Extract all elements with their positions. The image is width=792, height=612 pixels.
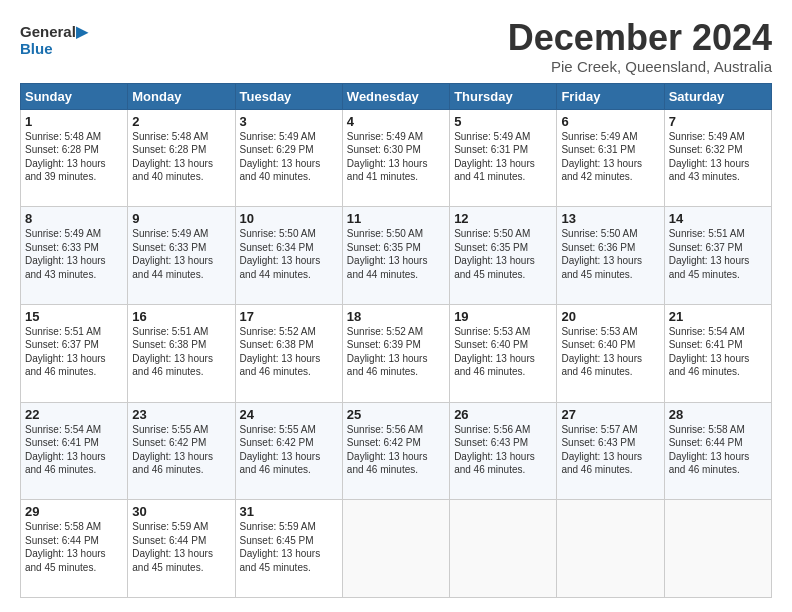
table-row: 19Sunrise: 5:53 AMSunset: 6:40 PMDayligh… xyxy=(450,304,557,402)
day-number: 28 xyxy=(669,407,767,422)
day-info: Sunrise: 5:50 AMSunset: 6:35 PMDaylight:… xyxy=(454,228,535,280)
table-row: 29Sunrise: 5:58 AMSunset: 6:44 PMDayligh… xyxy=(21,500,128,598)
table-row: 22Sunrise: 5:54 AMSunset: 6:41 PMDayligh… xyxy=(21,402,128,500)
table-row: 16Sunrise: 5:51 AMSunset: 6:38 PMDayligh… xyxy=(128,304,235,402)
day-number: 12 xyxy=(454,211,552,226)
table-row: 14Sunrise: 5:51 AMSunset: 6:37 PMDayligh… xyxy=(664,207,771,305)
table-row: 10Sunrise: 5:50 AMSunset: 6:34 PMDayligh… xyxy=(235,207,342,305)
day-info: Sunrise: 5:49 AMSunset: 6:33 PMDaylight:… xyxy=(132,228,213,280)
table-row: 15Sunrise: 5:51 AMSunset: 6:37 PMDayligh… xyxy=(21,304,128,402)
calendar-week-row: 29Sunrise: 5:58 AMSunset: 6:44 PMDayligh… xyxy=(21,500,772,598)
calendar-week-row: 1Sunrise: 5:48 AMSunset: 6:28 PMDaylight… xyxy=(21,109,772,207)
calendar-table: Sunday Monday Tuesday Wednesday Thursday… xyxy=(20,83,772,598)
col-saturday: Saturday xyxy=(664,83,771,109)
table-row: 28Sunrise: 5:58 AMSunset: 6:44 PMDayligh… xyxy=(664,402,771,500)
day-number: 8 xyxy=(25,211,123,226)
table-row: 6Sunrise: 5:49 AMSunset: 6:31 PMDaylight… xyxy=(557,109,664,207)
day-number: 19 xyxy=(454,309,552,324)
day-number: 18 xyxy=(347,309,445,324)
col-tuesday: Tuesday xyxy=(235,83,342,109)
table-row: 17Sunrise: 5:52 AMSunset: 6:38 PMDayligh… xyxy=(235,304,342,402)
day-info: Sunrise: 5:58 AMSunset: 6:44 PMDaylight:… xyxy=(25,521,106,573)
table-row: 20Sunrise: 5:53 AMSunset: 6:40 PMDayligh… xyxy=(557,304,664,402)
day-number: 25 xyxy=(347,407,445,422)
day-number: 13 xyxy=(561,211,659,226)
day-info: Sunrise: 5:51 AMSunset: 6:37 PMDaylight:… xyxy=(669,228,750,280)
table-row: 8Sunrise: 5:49 AMSunset: 6:33 PMDaylight… xyxy=(21,207,128,305)
day-info: Sunrise: 5:56 AMSunset: 6:43 PMDaylight:… xyxy=(454,424,535,476)
day-info: Sunrise: 5:49 AMSunset: 6:33 PMDaylight:… xyxy=(25,228,106,280)
day-number: 20 xyxy=(561,309,659,324)
logo: General▶ Blue xyxy=(20,22,88,57)
col-sunday: Sunday xyxy=(21,83,128,109)
day-info: Sunrise: 5:50 AMSunset: 6:34 PMDaylight:… xyxy=(240,228,321,280)
day-info: Sunrise: 5:52 AMSunset: 6:38 PMDaylight:… xyxy=(240,326,321,378)
day-info: Sunrise: 5:59 AMSunset: 6:45 PMDaylight:… xyxy=(240,521,321,573)
day-number: 2 xyxy=(132,114,230,129)
day-info: Sunrise: 5:53 AMSunset: 6:40 PMDaylight:… xyxy=(561,326,642,378)
calendar-week-row: 22Sunrise: 5:54 AMSunset: 6:41 PMDayligh… xyxy=(21,402,772,500)
calendar-header-row: Sunday Monday Tuesday Wednesday Thursday… xyxy=(21,83,772,109)
table-row xyxy=(557,500,664,598)
day-number: 14 xyxy=(669,211,767,226)
day-info: Sunrise: 5:49 AMSunset: 6:30 PMDaylight:… xyxy=(347,131,428,183)
day-info: Sunrise: 5:51 AMSunset: 6:37 PMDaylight:… xyxy=(25,326,106,378)
calendar-week-row: 15Sunrise: 5:51 AMSunset: 6:37 PMDayligh… xyxy=(21,304,772,402)
day-info: Sunrise: 5:55 AMSunset: 6:42 PMDaylight:… xyxy=(240,424,321,476)
table-row xyxy=(342,500,449,598)
day-number: 3 xyxy=(240,114,338,129)
table-row: 23Sunrise: 5:55 AMSunset: 6:42 PMDayligh… xyxy=(128,402,235,500)
table-row: 13Sunrise: 5:50 AMSunset: 6:36 PMDayligh… xyxy=(557,207,664,305)
day-number: 17 xyxy=(240,309,338,324)
day-info: Sunrise: 5:48 AMSunset: 6:28 PMDaylight:… xyxy=(25,131,106,183)
day-number: 7 xyxy=(669,114,767,129)
day-number: 16 xyxy=(132,309,230,324)
day-number: 15 xyxy=(25,309,123,324)
col-monday: Monday xyxy=(128,83,235,109)
day-info: Sunrise: 5:57 AMSunset: 6:43 PMDaylight:… xyxy=(561,424,642,476)
day-info: Sunrise: 5:56 AMSunset: 6:42 PMDaylight:… xyxy=(347,424,428,476)
day-info: Sunrise: 5:51 AMSunset: 6:38 PMDaylight:… xyxy=(132,326,213,378)
day-number: 30 xyxy=(132,504,230,519)
day-number: 4 xyxy=(347,114,445,129)
table-row: 3Sunrise: 5:49 AMSunset: 6:29 PMDaylight… xyxy=(235,109,342,207)
day-number: 21 xyxy=(669,309,767,324)
day-number: 11 xyxy=(347,211,445,226)
calendar-week-row: 8Sunrise: 5:49 AMSunset: 6:33 PMDaylight… xyxy=(21,207,772,305)
day-number: 22 xyxy=(25,407,123,422)
day-info: Sunrise: 5:54 AMSunset: 6:41 PMDaylight:… xyxy=(25,424,106,476)
day-info: Sunrise: 5:50 AMSunset: 6:35 PMDaylight:… xyxy=(347,228,428,280)
table-row: 25Sunrise: 5:56 AMSunset: 6:42 PMDayligh… xyxy=(342,402,449,500)
day-info: Sunrise: 5:54 AMSunset: 6:41 PMDaylight:… xyxy=(669,326,750,378)
col-thursday: Thursday xyxy=(450,83,557,109)
day-number: 5 xyxy=(454,114,552,129)
day-number: 10 xyxy=(240,211,338,226)
table-row: 12Sunrise: 5:50 AMSunset: 6:35 PMDayligh… xyxy=(450,207,557,305)
table-row: 24Sunrise: 5:55 AMSunset: 6:42 PMDayligh… xyxy=(235,402,342,500)
day-info: Sunrise: 5:49 AMSunset: 6:32 PMDaylight:… xyxy=(669,131,750,183)
day-number: 31 xyxy=(240,504,338,519)
day-info: Sunrise: 5:55 AMSunset: 6:42 PMDaylight:… xyxy=(132,424,213,476)
col-wednesday: Wednesday xyxy=(342,83,449,109)
main-title: December 2024 xyxy=(508,18,772,58)
day-number: 23 xyxy=(132,407,230,422)
day-info: Sunrise: 5:52 AMSunset: 6:39 PMDaylight:… xyxy=(347,326,428,378)
table-row xyxy=(664,500,771,598)
day-info: Sunrise: 5:49 AMSunset: 6:29 PMDaylight:… xyxy=(240,131,321,183)
table-row: 21Sunrise: 5:54 AMSunset: 6:41 PMDayligh… xyxy=(664,304,771,402)
subtitle: Pie Creek, Queensland, Australia xyxy=(508,58,772,75)
table-row: 31Sunrise: 5:59 AMSunset: 6:45 PMDayligh… xyxy=(235,500,342,598)
day-info: Sunrise: 5:53 AMSunset: 6:40 PMDaylight:… xyxy=(454,326,535,378)
day-number: 1 xyxy=(25,114,123,129)
col-friday: Friday xyxy=(557,83,664,109)
day-number: 24 xyxy=(240,407,338,422)
table-row: 7Sunrise: 5:49 AMSunset: 6:32 PMDaylight… xyxy=(664,109,771,207)
table-row: 4Sunrise: 5:49 AMSunset: 6:30 PMDaylight… xyxy=(342,109,449,207)
title-area: December 2024 Pie Creek, Queensland, Aus… xyxy=(508,18,772,75)
table-row: 30Sunrise: 5:59 AMSunset: 6:44 PMDayligh… xyxy=(128,500,235,598)
day-number: 9 xyxy=(132,211,230,226)
day-info: Sunrise: 5:49 AMSunset: 6:31 PMDaylight:… xyxy=(561,131,642,183)
day-number: 27 xyxy=(561,407,659,422)
day-number: 26 xyxy=(454,407,552,422)
table-row: 2Sunrise: 5:48 AMSunset: 6:28 PMDaylight… xyxy=(128,109,235,207)
